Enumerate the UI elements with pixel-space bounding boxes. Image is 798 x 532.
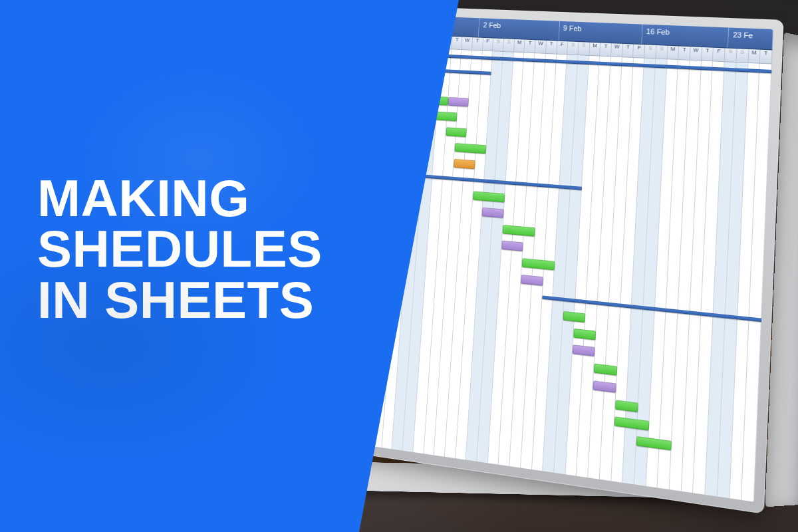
gantt-day-label: S	[579, 42, 591, 55]
headline-line-1: MAKING	[37, 173, 323, 223]
gantt-day-label: T	[600, 43, 612, 56]
gantt-day-label: S	[503, 39, 515, 51]
gantt-week-label: 2 Feb	[479, 18, 560, 40]
gantt-day-label: T	[702, 47, 714, 61]
gantt-day-label: W	[611, 43, 623, 57]
gantt-day-label: T	[622, 44, 634, 57]
gantt-day-label: F	[713, 48, 725, 62]
headline-text: MAKING SHEDULES IN SHEETS	[37, 173, 323, 325]
gantt-day-label: F	[633, 45, 645, 58]
gantt-day-label: M	[514, 39, 525, 53]
gantt-day-label: M	[748, 49, 761, 63]
gantt-day-label: T	[678, 47, 690, 60]
headline-line-2: SHEDULES	[37, 223, 323, 274]
gantt-day-label: M	[667, 46, 679, 59]
gantt-day-label: S	[736, 49, 749, 63]
gantt-day-label: T	[452, 37, 463, 49]
gantt-day-label: W	[462, 37, 473, 50]
gantt-day-label: F	[482, 38, 493, 51]
gantt-bar	[448, 97, 469, 107]
gantt-day-label: S	[644, 45, 656, 58]
gantt-bar	[454, 158, 475, 168]
gantt-day-label: T	[546, 41, 557, 54]
gantt-day-label: M	[589, 43, 601, 56]
gantt-day-label: W	[690, 47, 702, 60]
gantt-day-label: T	[472, 37, 483, 50]
gantt-day-label: F	[557, 41, 568, 55]
headline-line-3: IN SHEETS	[37, 275, 323, 325]
gantt-day-label: S	[656, 45, 668, 59]
gantt-day-label: S	[567, 41, 579, 55]
gantt-day-label: T	[525, 40, 536, 53]
gantt-week-label: 16 Feb	[642, 25, 729, 48]
gantt-week-label: 23 Fe	[728, 28, 773, 50]
gantt-day-label: T	[760, 50, 773, 64]
gantt-day-label: S	[493, 39, 504, 51]
gantt-bar	[482, 207, 504, 218]
gantt-day-label: W	[535, 40, 547, 53]
gantt-bar	[446, 127, 467, 137]
gantt-day-label: S	[725, 48, 737, 62]
gantt-week-label: 9 Feb	[559, 21, 642, 44]
